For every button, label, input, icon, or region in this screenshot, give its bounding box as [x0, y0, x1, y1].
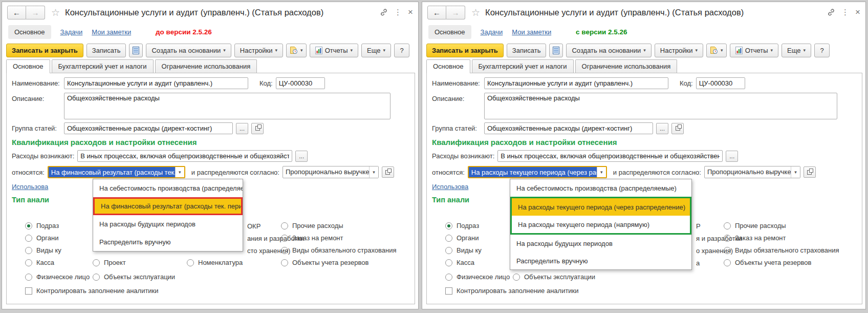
dropdown-item[interactable]: На расходы текущего периода (напрямую) [512, 216, 690, 233]
back-button[interactable]: ← [7, 6, 26, 19]
radio-option-person[interactable]: Физическое лицо [445, 273, 510, 281]
tab-main[interactable]: Основное [6, 59, 50, 73]
radio-option-organization[interactable]: Органи [25, 234, 58, 242]
radio-option-insurance-types[interactable]: Виды обязательного страхования [281, 246, 396, 254]
forward-button[interactable]: → [26, 6, 45, 19]
radio-option-department[interactable]: Подраз [25, 222, 59, 229]
reports-button[interactable]: Отчеты▾ [310, 44, 358, 57]
create-based-on-button[interactable]: Создать на основании▾ [566, 44, 651, 57]
chevron-down-icon[interactable]: ▾ [791, 166, 800, 178]
radio-option-person[interactable]: Физическое лицо [25, 273, 90, 281]
radio-option-cashdesk[interactable]: Касса [25, 259, 54, 266]
description-input[interactable]: Общехозяйственные расходы [484, 93, 837, 119]
radio-option-department[interactable]: Подраз [445, 222, 479, 229]
more-button[interactable]: Еще▾ [361, 44, 391, 57]
tab-accounting[interactable]: Бухгалтерский учет и налоги [472, 59, 574, 73]
save-close-button[interactable]: Записать и закрыть [426, 44, 504, 57]
dropdown-item[interactable]: На себестоимость производства (распредел… [93, 179, 243, 197]
radio-option-reserve-objects[interactable]: Объекты учета резервов [281, 259, 368, 266]
radio-option-reserve-objects[interactable]: Объекты учета резервов [724, 259, 811, 266]
group-input[interactable] [484, 122, 653, 134]
dropdown-item[interactable]: На себестоимость производства (распредел… [510, 179, 691, 197]
tab-usage-restriction[interactable]: Ограничение использования [155, 59, 257, 73]
radio-option-organization[interactable]: Органи [445, 234, 479, 242]
occur-input[interactable] [497, 150, 723, 162]
control-analytics-checkbox[interactable]: Контролировать заполнение аналитики [445, 287, 579, 295]
nav-tab-main[interactable]: Основное [8, 25, 51, 39]
chevron-down-icon[interactable]: ▾ [597, 167, 606, 177]
distribute-combo[interactable]: Пропорционально выручке ▾ [704, 166, 800, 178]
save-button[interactable]: Записать [507, 44, 547, 57]
radio-option-other-expenses[interactable]: Прочие расходы [724, 222, 786, 229]
occur-input[interactable] [77, 150, 292, 162]
radio-option-other-expenses[interactable]: Прочие расходы [281, 222, 343, 229]
name-input[interactable] [64, 77, 248, 89]
save-button[interactable]: Записать [86, 44, 126, 57]
group-input[interactable] [64, 122, 233, 134]
show-in-list-button[interactable] [549, 44, 563, 57]
tab-main[interactable]: Основное [426, 59, 470, 73]
radio-option-operation-objects[interactable]: Объекты эксплуатации [513, 273, 595, 281]
radio-option[interactable]: Виды ку [445, 246, 482, 254]
reports-button[interactable]: Отчеты▾ [730, 44, 778, 57]
radio-option-cashdesk[interactable]: Касса [445, 259, 474, 266]
distribute-open-button[interactable] [382, 166, 394, 178]
help-button[interactable]: ? [814, 44, 830, 57]
nav-link-tasks[interactable]: Задачи [60, 28, 83, 36]
relate-combo[interactable]: На финансовый результат (расходы тек. пе… [48, 166, 185, 178]
occur-select-button[interactable]: ... [726, 151, 738, 162]
distribute-combo[interactable]: Пропорционально выручке ▾ [283, 166, 379, 178]
dropdown-item[interactable]: Распределить вручную [93, 233, 243, 251]
group-select-button[interactable]: ... [236, 123, 248, 134]
attachments-button[interactable]: ▾ [706, 44, 727, 57]
more-button[interactable]: Еще▾ [782, 44, 811, 57]
settings-button[interactable]: Настройки▾ [234, 44, 283, 57]
more-menu-icon[interactable]: ⋮ [394, 8, 402, 17]
chevron-down-icon[interactable]: ▾ [369, 166, 378, 178]
tab-usage-restriction[interactable]: Ограничение использования [575, 59, 678, 73]
attachments-button[interactable]: ▾ [286, 44, 307, 57]
create-based-on-button[interactable]: Создать на основании▾ [146, 44, 231, 57]
dropdown-item[interactable]: На расходы будущих периодов [93, 215, 243, 233]
code-input[interactable] [276, 77, 325, 89]
radio-option-insurance-types[interactable]: Виды обязательного страхования [724, 246, 839, 254]
group-open-button[interactable] [671, 123, 684, 134]
save-close-button[interactable]: Записать и закрыть [6, 44, 83, 57]
more-menu-icon[interactable]: ⋮ [841, 8, 849, 17]
dropdown-item-highlighted[interactable]: На финансовый результат (расходы тек. пе… [93, 197, 243, 215]
settings-button[interactable]: Настройки▾ [655, 44, 703, 57]
group-open-button[interactable] [251, 123, 264, 134]
nav-tab-main[interactable]: Основное [428, 25, 471, 39]
show-in-list-button[interactable] [129, 44, 143, 57]
radio-option[interactable]: Виды ку [25, 246, 61, 254]
code-input[interactable] [696, 77, 745, 89]
link-icon[interactable] [380, 8, 388, 16]
favorite-star-icon[interactable]: ☆ [51, 7, 60, 18]
nav-link-notes[interactable]: Мои заметки [512, 28, 551, 36]
favorite-star-icon[interactable]: ☆ [471, 7, 480, 18]
dropdown-item[interactable]: На расходы будущих периодов [510, 235, 691, 252]
link-icon[interactable] [827, 8, 835, 16]
distribute-open-button[interactable] [804, 166, 816, 178]
relate-combo[interactable]: На расходы текущего периода (через расп … [468, 166, 607, 178]
close-icon[interactable]: × [408, 7, 413, 17]
usage-link[interactable]: Использова [12, 183, 48, 191]
dropdown-item[interactable]: Распределить вручную [510, 252, 691, 269]
close-icon[interactable]: × [855, 7, 860, 17]
radio-option-nomenclature[interactable]: Номенклатура [187, 259, 243, 266]
tab-accounting[interactable]: Бухгалтерский учет и налоги [52, 59, 154, 73]
chevron-down-icon[interactable]: ▾ [175, 167, 184, 177]
control-analytics-checkbox[interactable]: Контролировать заполнение аналитики [25, 287, 159, 295]
back-button[interactable]: ← [427, 6, 446, 19]
forward-button[interactable]: → [446, 6, 465, 19]
nav-link-notes[interactable]: Мои заметки [92, 28, 131, 36]
usage-link[interactable]: Использова [432, 183, 468, 191]
help-button[interactable]: ? [394, 44, 409, 57]
description-input[interactable]: Общехозяйственные расходы [64, 93, 390, 119]
radio-option-project[interactable]: Проект [93, 259, 126, 266]
dropdown-item-highlighted[interactable]: На расходы текущего периода (через распр… [512, 198, 690, 216]
occur-select-button[interactable]: ... [295, 151, 308, 162]
nav-link-tasks[interactable]: Задачи [481, 28, 503, 36]
radio-option-operation-objects[interactable]: Объекты эксплуатации [93, 273, 175, 281]
group-select-button[interactable]: ... [656, 123, 668, 134]
